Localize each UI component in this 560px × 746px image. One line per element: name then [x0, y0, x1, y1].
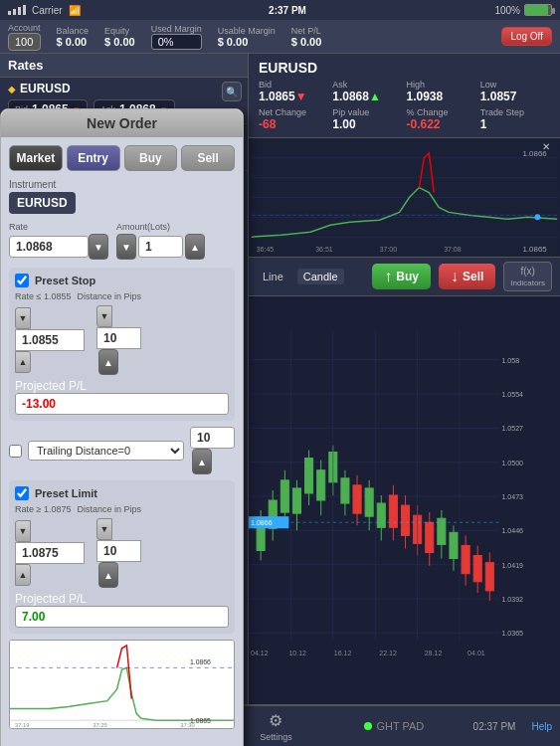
limit-rate-up[interactable]: ▲ — [15, 564, 31, 586]
mini-chart-svg: 1.0866 1.0865 37:19 37:25 37:30 — [10, 641, 234, 728]
order-tabs: Market Entry Buy Sell — [9, 145, 235, 171]
battery-percent: 100% — [494, 5, 520, 16]
svg-rect-51 — [305, 459, 313, 493]
svg-text:37:25: 37:25 — [93, 722, 107, 728]
status-time: 2:37 PM — [269, 5, 306, 16]
svg-text:1.0419: 1.0419 — [501, 562, 523, 569]
modal-title: New Order — [1, 109, 243, 137]
limit-rate-down[interactable]: ▼ — [15, 520, 31, 542]
limit-rate-input[interactable] — [15, 542, 85, 564]
preset-limit-section: Preset Limit Rate ≥ 1.0875 Distance in P… — [9, 480, 235, 634]
line-button[interactable]: Line — [257, 269, 289, 284]
svg-text:10.12: 10.12 — [288, 651, 306, 657]
svg-rect-79 — [473, 556, 481, 582]
svg-text:04.12: 04.12 — [251, 651, 269, 657]
tab-sell[interactable]: Sell — [181, 145, 235, 171]
svg-rect-65 — [450, 532, 458, 558]
right-mini-chart: 1.0866 1.0865 36:45 36:51 37:00 37:08 ✕ — [249, 138, 560, 258]
cell-ask: Ask 1.0868▲ — [332, 80, 402, 103]
preset-stop-section: Preset Stop Rate ≤ 1.0855 Distance in Pi… — [9, 268, 235, 421]
equity-field: Equity $ 0.00 — [104, 26, 135, 48]
svg-rect-53 — [317, 470, 325, 500]
svg-text:37:19: 37:19 — [15, 722, 30, 728]
trailing-row: Trailing Distance=0 ▲ — [9, 427, 235, 474]
candle-chart-svg: 1.058 1.0554 1.0527 1.0500 1.0473 1.0446… — [249, 296, 560, 704]
stop-rate-input-group: ▼ ▲ — [15, 307, 85, 373]
svg-rect-77 — [462, 545, 469, 573]
tab-buy[interactable]: Buy — [124, 145, 178, 171]
new-order-modal: New Order Market Entry Buy Sell Instrume… — [0, 108, 244, 746]
stop-rate-input[interactable] — [15, 329, 85, 351]
account-field: Account 100 — [8, 23, 41, 51]
svg-rect-59 — [365, 488, 373, 516]
svg-text:1.0365: 1.0365 — [501, 630, 523, 637]
mini-chart: 1.0866 1.0865 37:19 37:25 37:30 — [9, 640, 235, 729]
rate-input[interactable]: 1.0868 — [9, 236, 89, 258]
svg-text:✕: ✕ — [542, 141, 550, 152]
svg-text:1.0866: 1.0866 — [251, 519, 273, 526]
net-pl-field: Net P/L $ 0.00 — [291, 26, 322, 48]
stop-rate-down[interactable]: ▼ — [15, 307, 31, 329]
indicators-button[interactable]: f(x) Indicators — [503, 262, 552, 291]
svg-text:37:08: 37:08 — [444, 246, 462, 253]
cell-pct-change: % Change -0.622 — [407, 107, 476, 131]
svg-rect-81 — [485, 563, 493, 591]
cell-high: High 1.0938 — [407, 80, 476, 103]
svg-text:1.0473: 1.0473 — [501, 493, 523, 500]
rate-arrow-btn[interactable]: ▼ — [89, 234, 108, 260]
trailing-select[interactable]: Trailing Distance=0 — [28, 441, 184, 461]
stop-pips-up[interactable]: ▲ — [98, 349, 118, 375]
preset-stop-checkbox[interactable] — [15, 274, 29, 287]
nav-settings[interactable]: ⚙ Settings — [237, 706, 315, 746]
svg-text:1.0865: 1.0865 — [523, 245, 548, 254]
limit-pips-down[interactable]: ▼ — [96, 518, 112, 540]
signal-icon — [8, 5, 26, 15]
limit-rate-input-group: ▼ ▲ — [15, 520, 85, 586]
account-bar: Account 100 Balance $ 0.00 Equity $ 0.00… — [0, 20, 560, 54]
preset-limit-checkbox[interactable] — [15, 486, 29, 500]
svg-text:37:00: 37:00 — [380, 246, 398, 253]
chart-sell-button[interactable]: ↓ Sell — [439, 264, 495, 289]
stop-pips-input[interactable] — [96, 327, 141, 349]
svg-rect-67 — [353, 485, 361, 513]
stop-pips-input-group: ▼ ▲ — [96, 305, 141, 375]
cell-pip-value: Pip value 1.00 — [332, 107, 402, 131]
svg-text:28.12: 28.12 — [425, 651, 443, 657]
balance-field: Balance $ 0.00 — [57, 26, 90, 48]
stop-pips-down[interactable]: ▼ — [96, 305, 112, 327]
chart-toolbar: Line Candle ↑ Buy ↓ Sell f(x) Indicators — [249, 258, 560, 296]
svg-rect-57 — [341, 478, 349, 503]
trailing-value[interactable] — [190, 427, 235, 449]
amount-input[interactable]: 1 — [138, 236, 183, 258]
ght-pad-brand: GHT PAD — [315, 720, 473, 732]
svg-text:1.0392: 1.0392 — [501, 596, 523, 603]
battery-icon — [524, 4, 552, 16]
used-margin-value: 0% — [151, 34, 202, 50]
used-margin-field: Used Margin 0% — [151, 24, 202, 50]
limit-projected-pl: 7.00 — [15, 606, 229, 628]
amount-up-btn[interactable]: ▲ — [185, 234, 205, 260]
candle-chart-container: 1.058 1.0554 1.0527 1.0500 1.0473 1.0446… — [249, 296, 560, 704]
tab-entry[interactable]: Entry — [67, 145, 120, 171]
svg-text:37:30: 37:30 — [180, 722, 195, 728]
limit-pips-input[interactable] — [96, 540, 141, 562]
log-off-button[interactable]: Log Off — [501, 27, 552, 46]
svg-rect-47 — [280, 480, 288, 512]
cell-bid: Bid 1.0865▼ — [259, 80, 328, 103]
rate-field: Rate 1.0868 ▼ — [9, 222, 108, 260]
svg-text:1.0500: 1.0500 — [501, 460, 523, 466]
stop-rate-up[interactable]: ▲ — [15, 351, 31, 373]
candle-button[interactable]: Candle — [297, 269, 344, 284]
svg-text:1.0866: 1.0866 — [190, 658, 211, 665]
instrument-value: EURUSD — [9, 192, 76, 214]
amount-down-btn[interactable]: ▼ — [116, 234, 136, 260]
search-icon-eurusd[interactable]: 🔍 — [222, 82, 242, 101]
chart-buy-button[interactable]: ↑ Buy — [372, 264, 431, 289]
limit-pips-up[interactable]: ▲ — [98, 562, 118, 588]
usable-margin-field: Usable Margin $ 0.00 — [218, 26, 276, 48]
svg-text:1.0554: 1.0554 — [501, 391, 523, 398]
trailing-checkbox[interactable] — [9, 445, 22, 458]
tab-market[interactable]: Market — [9, 145, 63, 171]
trailing-up-btn[interactable]: ▲ — [192, 449, 212, 474]
svg-text:1.0527: 1.0527 — [501, 425, 523, 432]
